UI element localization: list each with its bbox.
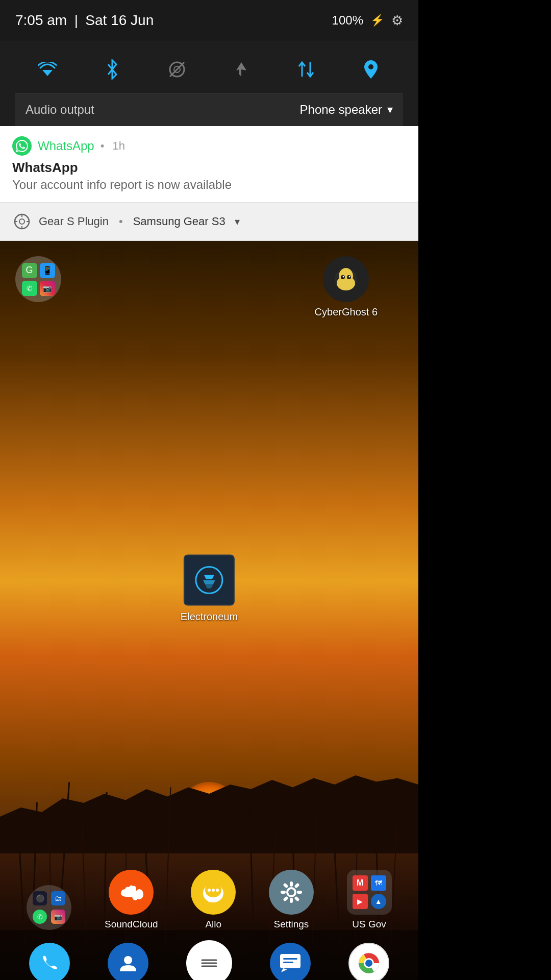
whatsapp-icon (12, 136, 32, 156)
mini-app-other: 📱 (40, 263, 55, 278)
phone-dock-icon[interactable] (29, 943, 70, 980)
location-toggle[interactable] (358, 56, 384, 83)
svg-point-18 (343, 276, 344, 278)
soundcloud-app[interactable]: SoundCloud (105, 870, 158, 930)
notif-title: WhatsApp (12, 160, 406, 176)
folder-item-4: 📷 (51, 910, 65, 924)
svg-point-47 (365, 960, 372, 967)
notif-dot: • (101, 139, 105, 153)
whatsapp-notification[interactable]: WhatsApp • 1h WhatsApp Your account info… (0, 126, 418, 203)
svg-rect-44 (283, 962, 293, 963)
chrome-dock-icon[interactable] (348, 943, 389, 980)
home-button[interactable] (186, 940, 232, 980)
messages-dock-icon[interactable] (270, 943, 311, 980)
data-sort-toggle[interactable] (293, 56, 319, 83)
quick-settings-panel: Audio output Phone speaker ▾ (0, 41, 418, 126)
no-signal-toggle[interactable] (164, 56, 190, 83)
svg-rect-30 (290, 881, 293, 887)
cyberghost-icon (323, 256, 369, 302)
bluetooth-toggle[interactable] (99, 56, 126, 83)
date-display: Sat 16 Jun (85, 12, 154, 28)
notifications-panel: WhatsApp • 1h WhatsApp Your account info… (0, 126, 418, 241)
allo-icon (191, 870, 236, 915)
wifi-toggle[interactable] (34, 56, 61, 83)
chevron-down-icon: ▾ (387, 103, 393, 116)
folder-item-1: ⚫ (33, 891, 47, 905)
gear-plugin-label: Gear S Plugin (39, 215, 109, 228)
svg-point-27 (216, 889, 219, 892)
cyberghost-6-app[interactable]: CyberGhost 6 (315, 256, 378, 318)
svg-point-19 (349, 276, 350, 278)
bolt-icon: ⚡ (370, 14, 384, 27)
cyberghost-label: CyberGhost 6 (315, 306, 378, 318)
electroneum-app[interactable]: Electroneum (181, 554, 238, 622)
svg-rect-43 (283, 958, 297, 960)
svg-rect-32 (281, 891, 286, 894)
svg-marker-0 (42, 70, 53, 76)
svg-rect-34 (283, 883, 288, 888)
us-gov-label: US Gov (352, 919, 386, 930)
gear-s-plugin-icon (12, 212, 32, 231)
svg-rect-35 (294, 883, 299, 888)
settings-icon (269, 870, 314, 915)
time-separator: | (74, 12, 78, 28)
audio-output-label: Audio output (26, 103, 94, 117)
settings-app[interactable]: Settings (269, 870, 314, 930)
settings-icon[interactable]: ⚙ (391, 13, 403, 29)
electroneum-icon (184, 554, 235, 605)
audio-output-bar[interactable]: Audio output Phone speaker ▾ (15, 93, 403, 126)
folder-icon: G 📱 ✆ 📷 (15, 256, 61, 302)
folder-item-3: ✆ (33, 910, 47, 924)
svg-rect-42 (280, 954, 300, 968)
social-folder-icon: ⚫ 🗂 ✆ 📷 (27, 885, 71, 930)
notif-app-name: WhatsApp (38, 139, 94, 153)
svg-point-15 (337, 276, 355, 290)
social-folder[interactable]: ⚫ 🗂 ✆ 📷 (27, 885, 71, 930)
soundcloud-label: SoundCloud (105, 919, 158, 930)
dock (0, 930, 418, 980)
allo-app[interactable]: Allo (191, 870, 236, 930)
svg-point-29 (288, 889, 294, 895)
svg-rect-33 (297, 891, 302, 894)
status-bar: 7:05 am | Sat 16 Jun 100% ⚡ ⚙ (0, 0, 418, 41)
us-gov-item-3: ▶ (353, 894, 368, 909)
mini-app-instagram: 📷 (40, 281, 55, 296)
audio-output-device: Phone speaker (300, 103, 382, 117)
us-gov-folder[interactable]: M 🗺 ▶ ▲ US Gov (347, 870, 392, 930)
svg-point-26 (212, 889, 215, 892)
notif-time: 1h (112, 139, 124, 153)
mini-app-whatsapp: ✆ (22, 281, 37, 296)
status-right-icons: 100% ⚡ ⚙ (332, 13, 403, 29)
time-display: 7:05 am (15, 12, 67, 28)
us-gov-item-1: M (353, 875, 368, 891)
svg-rect-31 (290, 898, 293, 903)
apps-folder[interactable]: G 📱 ✆ 📷 (15, 256, 61, 302)
gear-s-plugin-notification[interactable]: Gear S Plugin • Samsung Gear S3 ▾ (0, 203, 418, 241)
bottom-app-row: ⚫ 🗂 ✆ 📷 SoundCloud (0, 870, 418, 930)
settings-label: Settings (274, 919, 309, 930)
electroneum-label: Electroneum (181, 610, 238, 622)
home-screen: G 📱 ✆ 📷 CyberGhost 6 (0, 241, 418, 980)
svg-point-8 (19, 219, 24, 224)
us-gov-item-4: ▲ (371, 894, 386, 909)
quick-toggle-row (15, 51, 403, 93)
audio-output-value: Phone speaker ▾ (300, 103, 393, 117)
mini-app-google: G (22, 263, 37, 278)
soundcloud-icon (109, 870, 154, 915)
status-time-date: 7:05 am | Sat 16 Jun (15, 12, 154, 29)
airplane-toggle[interactable] (228, 56, 255, 83)
svg-point-25 (208, 889, 211, 892)
svg-rect-37 (294, 896, 299, 901)
battery-percentage: 100% (332, 13, 363, 28)
home-icons-area: G 📱 ✆ 📷 CyberGhost 6 (0, 241, 418, 980)
svg-point-6 (368, 64, 373, 69)
contacts-dock-icon[interactable] (108, 943, 148, 980)
notif-header: WhatsApp • 1h (12, 136, 406, 156)
folder-item-2: 🗂 (51, 891, 65, 905)
notif-body: Your account info report is now availabl… (12, 178, 406, 192)
gear-separator: • (119, 215, 123, 228)
us-gov-item-2: 🗺 (371, 875, 386, 891)
gear-chevron-icon: ▾ (235, 215, 240, 228)
svg-rect-36 (283, 896, 288, 901)
gear-device-name: Samsung Gear S3 (133, 215, 226, 228)
